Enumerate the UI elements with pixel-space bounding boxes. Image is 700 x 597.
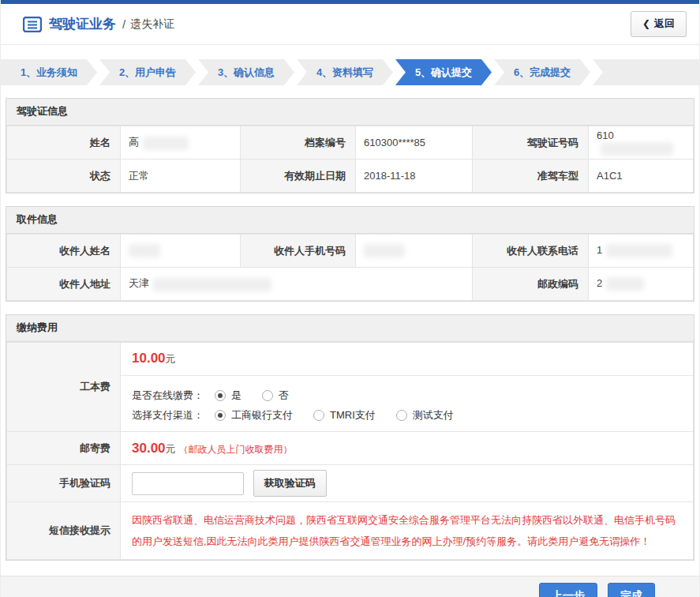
production-fee-label: 工本费 bbox=[7, 343, 121, 432]
recipient-mobile-value bbox=[356, 235, 473, 268]
radio-online-no[interactable] bbox=[262, 390, 273, 401]
license-info-table: 姓名 高 档案编号 610300****85 驾驶证号码 610 状态 正常 有… bbox=[6, 126, 694, 193]
vehicle-type-label: 准驾车型 bbox=[473, 160, 589, 193]
table-row: 邮寄费 30.00元（邮政人员上门收取费用） bbox=[7, 432, 694, 465]
license-section-title: 驾驶证信息 bbox=[6, 99, 694, 126]
payment-options: 是否在线缴费： 是 否 选择支付渠道： 工商银行支付 TMRI支付 测试支付 bbox=[121, 376, 693, 431]
step-4-fill-data[interactable]: 4、资料填写 bbox=[297, 59, 393, 85]
expiry-value: 2018-11-18 bbox=[356, 160, 473, 193]
step-3-confirm-info[interactable]: 3、确认信息 bbox=[198, 59, 294, 85]
file-no-label: 档案编号 bbox=[241, 126, 356, 160]
recipient-address-label: 收件人地址 bbox=[7, 268, 121, 301]
radio-online-yes-label[interactable]: 是 bbox=[231, 389, 241, 403]
breadcrumb-current: 遗失补证 bbox=[130, 17, 174, 32]
table-row: 短信接收提示 因陕西省联通、电信运营商技术问题，陕西省互联网交通安全综合服务管理… bbox=[7, 502, 694, 560]
payment-section-title: 缴纳费用 bbox=[6, 315, 694, 342]
step-5-confirm-submit-active[interactable]: 5、确认提交 bbox=[395, 59, 492, 85]
production-fee-amount: 10.00 bbox=[132, 351, 166, 366]
radio-channel-test[interactable] bbox=[396, 410, 407, 421]
currency-unit: 元 bbox=[166, 353, 176, 365]
pickup-section-title: 取件信息 bbox=[6, 207, 694, 234]
back-button-label: 返回 bbox=[654, 17, 675, 31]
radio-channel-tmri[interactable] bbox=[313, 410, 324, 421]
radio-channel-tmri-label[interactable]: TMRI支付 bbox=[330, 408, 376, 422]
get-captcha-button[interactable]: 获取验证码 bbox=[253, 470, 327, 497]
sms-tip-label: 短信接收提示 bbox=[7, 502, 121, 560]
currency-unit: 元 bbox=[166, 443, 176, 455]
list-document-icon bbox=[23, 17, 42, 32]
radio-channel-test-label[interactable]: 测试支付 bbox=[413, 408, 454, 422]
page-title: 驾驶证业务 bbox=[49, 15, 116, 33]
payment-table: 工本费 10.00元 是否在线缴费： 是 否 选择支付渠道： bbox=[6, 342, 694, 560]
recipient-name-value bbox=[121, 235, 241, 268]
license-no-label: 驾驶证号码 bbox=[473, 126, 589, 160]
payment-channel-label: 选择支付渠道： bbox=[132, 408, 204, 422]
postage-fee-label: 邮寄费 bbox=[7, 432, 121, 465]
license-info-section: 驾驶证信息 姓名 高 档案编号 610300****85 驾驶证号码 610 状… bbox=[6, 98, 694, 193]
step-bar-filler bbox=[593, 59, 699, 85]
name-label: 姓名 bbox=[7, 126, 121, 160]
redacted-value bbox=[153, 278, 271, 291]
license-no-value: 610 bbox=[589, 126, 694, 160]
status-value: 正常 bbox=[121, 160, 241, 193]
step-6-complete-submit[interactable]: 6、完成提交 bbox=[494, 59, 590, 85]
captcha-input[interactable] bbox=[132, 472, 244, 495]
production-fee-amount-line: 10.00元 bbox=[121, 343, 693, 376]
captcha-label: 手机验证码 bbox=[7, 465, 121, 502]
redacted-value bbox=[606, 244, 672, 257]
table-row: 收件人地址 天津 邮政编码 2 bbox=[7, 268, 694, 301]
previous-step-button[interactable]: 上一步 bbox=[539, 583, 597, 597]
step-2-user-declaration[interactable]: 2、用户申告 bbox=[99, 59, 196, 85]
radio-online-no-label[interactable]: 否 bbox=[279, 389, 289, 403]
table-row: 工本费 10.00元 是否在线缴费： 是 否 选择支付渠道： bbox=[7, 343, 694, 432]
file-no-value: 610300****85 bbox=[356, 126, 473, 160]
recipient-phone-value: 1 bbox=[589, 235, 694, 268]
breadcrumb-separator: / bbox=[122, 17, 125, 31]
online-payment-label: 是否在线缴费： bbox=[132, 389, 204, 403]
step-progress-bar: 1、业务须知 2、用户申告 3、确认信息 4、资料填写 5、确认提交 6、完成提… bbox=[1, 59, 699, 85]
vehicle-type-value: A1C1 bbox=[589, 160, 694, 193]
radio-channel-icbc-label[interactable]: 工商银行支付 bbox=[231, 408, 293, 422]
postal-code-label: 邮政编码 bbox=[473, 268, 589, 301]
sms-tip-text: 因陕西省联通、电信运营商技术问题，陕西省互联网交通安全综合服务管理平台无法向持陕… bbox=[132, 509, 682, 552]
recipient-mobile-label: 收件人手机号码 bbox=[241, 235, 356, 268]
redacted-value bbox=[606, 277, 644, 291]
page-header: 驾驶证业务 / 遗失补证 ❮ 返回 bbox=[1, 4, 699, 45]
chevron-left-icon: ❮ bbox=[642, 18, 650, 29]
footer-action-bar: 上一步 完成 bbox=[1, 576, 699, 597]
redacted-value bbox=[129, 244, 160, 257]
table-row: 姓名 高 档案编号 610300****85 驾驶证号码 610 bbox=[7, 126, 694, 160]
name-value: 高 bbox=[121, 126, 241, 160]
captcha-cell: 获取验证码 bbox=[121, 465, 694, 502]
back-button[interactable]: ❮ 返回 bbox=[631, 11, 687, 37]
recipient-name-label: 收件人姓名 bbox=[7, 235, 121, 268]
table-row: 收件人姓名 收件人手机号码 收件人联系电话 1 bbox=[7, 235, 694, 268]
redacted-value bbox=[601, 142, 673, 156]
radio-channel-icbc[interactable] bbox=[215, 410, 226, 421]
postage-fee-cell: 30.00元（邮政人员上门收取费用） bbox=[121, 432, 694, 465]
radio-online-yes[interactable] bbox=[215, 390, 226, 401]
redacted-value bbox=[143, 137, 189, 150]
production-fee-cell: 10.00元 是否在线缴费： 是 否 选择支付渠道： 工商银行支付 bbox=[121, 343, 694, 432]
postage-fee-amount: 30.00 bbox=[132, 441, 166, 456]
payment-channel-row: 选择支付渠道： 工商银行支付 TMRI支付 测试支付 bbox=[132, 408, 682, 422]
table-row: 手机验证码 获取验证码 bbox=[7, 465, 694, 502]
recipient-address-value: 天津 bbox=[121, 268, 473, 301]
payment-section: 缴纳费用 工本费 10.00元 是否在线缴费： 是 否 选择 bbox=[6, 314, 694, 561]
finish-button[interactable]: 完成 bbox=[608, 583, 655, 597]
expiry-label: 有效期止日期 bbox=[241, 160, 356, 193]
sms-tip-cell: 因陕西省联通、电信运营商技术问题，陕西省互联网交通安全综合服务管理平台无法向持陕… bbox=[121, 502, 694, 560]
redacted-value bbox=[364, 244, 405, 257]
pickup-info-section: 取件信息 收件人姓名 收件人手机号码 收件人联系电话 1 收件人地址 天津 邮政… bbox=[6, 206, 694, 302]
status-label: 状态 bbox=[7, 160, 121, 193]
online-payment-row: 是否在线缴费： 是 否 bbox=[132, 389, 682, 403]
step-1-business-notice[interactable]: 1、业务须知 bbox=[1, 59, 97, 85]
postal-code-value: 2 bbox=[589, 268, 694, 301]
postage-fee-note: （邮政人员上门收取费用） bbox=[179, 444, 293, 455]
recipient-phone-label: 收件人联系电话 bbox=[473, 235, 589, 268]
pickup-info-table: 收件人姓名 收件人手机号码 收件人联系电话 1 收件人地址 天津 邮政编码 2 bbox=[6, 234, 694, 301]
table-row: 状态 正常 有效期止日期 2018-11-18 准驾车型 A1C1 bbox=[7, 160, 694, 193]
